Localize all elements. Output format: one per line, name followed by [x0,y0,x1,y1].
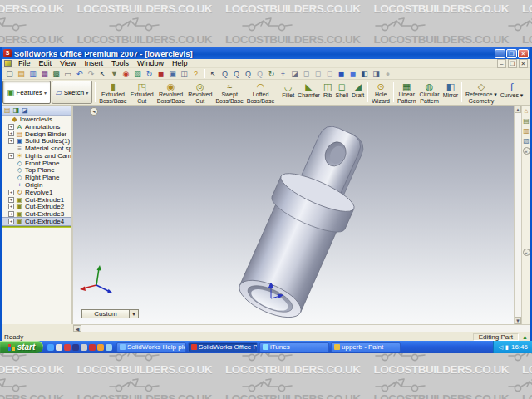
extruded-cut-button[interactable]: ◳ExtrudedCut [129,81,155,104]
taskbar-task[interactable]: SolidWorks Help pleas... [116,342,186,352]
hidden-lines-removed-icon[interactable]: ◻ [324,69,335,79]
rebuild-icon[interactable]: ◉ [121,69,131,79]
mail-icon[interactable] [56,344,62,351]
tree-item[interactable]: +▣Cut-Extrude2 [2,204,71,211]
undo-icon[interactable]: ↶ [74,69,85,79]
title-bar[interactable]: S SolidWorks Office Premium 2007 - [lowe… [2,47,530,59]
viewport[interactable]: ◂ [73,106,514,324]
circular-pattern-button[interactable]: ◍CircularPattern [418,81,441,104]
features-mode[interactable]: ▣Features▾ [2,81,51,104]
tree-item[interactable]: ◇Top Plane [2,167,71,175]
select-arrow-icon[interactable]: ↖ [208,69,219,79]
firefox-icon[interactable] [64,344,71,351]
display-settings-icon[interactable]: ◫ [179,69,190,79]
start-button[interactable]: start [0,341,43,353]
tree-item[interactable]: +▣Solid Bodies(1) [2,137,71,145]
expand-icon[interactable]: + [8,190,14,195]
fillet-button[interactable]: ◡Fillet [280,81,296,104]
scroll-left-icon[interactable]: ◀ [73,325,81,332]
chevron-down-icon[interactable]: ▼ [130,309,139,318]
view-selector-value[interactable]: Custom [81,309,130,318]
scroll-up-icon[interactable]: ▲ [515,106,521,113]
pan-icon[interactable]: + [278,69,288,79]
menu-file[interactable]: File [14,59,35,67]
scroll-down-icon[interactable]: ▼ [515,317,521,324]
open-icon[interactable]: ▤ [16,69,27,79]
tree-root-item[interactable]: ◆ lowerclevis [2,116,71,123]
expand-icon[interactable]: + [8,131,14,136]
collapse-chevron-icon[interactable]: « [523,147,530,155]
shadows-icon[interactable]: ◧ [359,69,370,79]
taskbar-task[interactable]: iTunes [259,342,329,352]
sketch-mode[interactable]: ▱Sketch▾ [52,81,92,104]
chamfer-button[interactable]: ◣Chamfer [296,81,322,104]
child-restore-button[interactable]: ❐ [508,59,517,68]
design-library-icon[interactable]: ▤ [523,117,530,125]
clock[interactable]: 16:46 [511,343,528,351]
child-minimize-button[interactable]: – [497,59,506,68]
standard-views-icon[interactable]: ◪ [289,69,300,79]
tree-item[interactable]: +AAnnotations [2,123,71,131]
volume-icon[interactable]: ◁ [499,344,503,351]
shaded-icon[interactable]: ◼ [347,69,358,79]
rollback-bar[interactable] [2,226,71,228]
selection-filter-icon[interactable]: ▼ [109,69,120,79]
messenger-icon[interactable] [97,344,104,351]
section-view-icon[interactable]: ◨ [371,69,382,79]
chevron-down-icon[interactable]: ▾ [86,90,88,96]
revolved-boss-base-button[interactable]: ◉RevolvedBoss/Base [155,81,186,104]
shell-button[interactable]: ◻Shell [333,81,350,104]
media-player-icon[interactable] [89,344,96,351]
mirror-button[interactable]: ◧Mirror [441,81,460,104]
expand-icon[interactable]: + [8,219,14,224]
menu-view[interactable]: View [56,59,80,67]
linear-pattern-button[interactable]: ▦LinearPattern [396,81,418,104]
revolved-cut-button[interactable]: ◎RevolvedCut [186,81,214,104]
tree-item[interactable]: ◇Right Plane [2,174,71,181]
view-orientation-icon[interactable]: ▣ [167,69,178,79]
close-button[interactable]: ✕ [518,49,529,58]
expand-icon[interactable]: + [8,204,14,209]
tree-item[interactable]: ≡Material <not specified> [2,145,71,152]
tree-item[interactable]: +▣Cut-Extrude1 [2,196,71,204]
expand-icon[interactable]: + [8,153,14,159]
curves-button[interactable]: ∫Curves ▾ [499,81,525,104]
select-icon[interactable]: ↖ [97,69,108,79]
shaded-with-edges-icon[interactable]: ◼ [336,69,347,79]
zoom-in-out-icon[interactable]: Q [243,69,254,79]
rotate-view-icon[interactable]: ↻ [266,69,277,79]
tree-item[interactable]: +▣Cut-Extrude4 [2,218,71,225]
expand-icon[interactable]: + [8,138,14,144]
tree-item[interactable]: +↻Revolve1 [2,189,71,196]
taskbar-task[interactable]: upperb - Paint [331,342,401,352]
menu-window[interactable]: Window [133,59,168,67]
image-icon[interactable]: ▧ [132,69,143,79]
menu-tools[interactable]: Tools [107,59,133,67]
tree-item[interactable]: +Origin [2,181,71,189]
print-icon[interactable]: ▭ [62,69,73,79]
taskbar-task[interactable]: SolidWorks Office Pre... [188,342,258,352]
horizontal-scrollbar[interactable]: ◀ [73,324,530,332]
expand-icon[interactable]: + [8,197,14,203]
msn-icon[interactable] [106,344,112,351]
edit-color-icon[interactable]: ◼ [155,69,166,79]
hole-wizard-button[interactable]: ⊙HoleWizard [370,81,392,104]
featuremanager-tab-icon[interactable]: ▤ [4,106,11,115]
hidden-lines-visible-icon[interactable]: ◻ [313,69,323,79]
zoom-to-area-icon[interactable]: Q [231,69,242,79]
expand-icon[interactable]: + [8,211,14,217]
tree-item[interactable]: +▣Cut-Extrude3 [2,210,71,218]
chevron-down-icon[interactable]: ▾ [44,90,47,96]
configurationmanager-tab-icon[interactable]: ◪ [22,106,28,115]
collapse-chevron-icon[interactable]: « [523,249,530,256]
new-document-icon[interactable]: ▢ [4,69,15,79]
part-3d-view[interactable] [73,106,514,324]
draft-button[interactable]: ◢Draft [350,81,366,104]
solidworks-resources-icon[interactable]: ⌂ [525,107,529,115]
help-icon[interactable]: ? [190,69,201,79]
lofted-boss-base-button[interactable]: ◠LoftedBoss/Base [245,81,276,104]
photoshop-icon[interactable] [72,344,79,351]
expand-icon[interactable]: + [8,124,14,130]
make-assembly-icon[interactable]: ▩ [51,69,62,79]
file-explorer-icon[interactable]: ▥ [523,127,530,135]
